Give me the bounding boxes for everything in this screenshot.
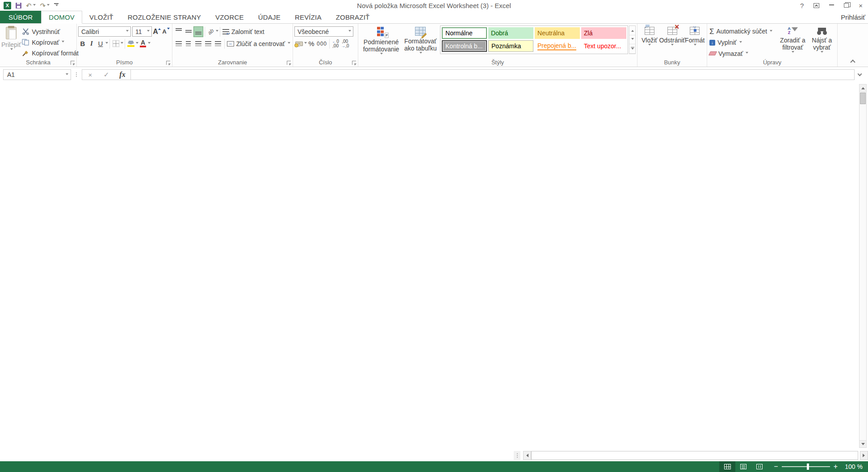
underline-button[interactable]: U	[96, 38, 105, 49]
style-neutral[interactable]: Neutrálna	[535, 27, 580, 39]
tab-data[interactable]: ÚDAJE	[251, 11, 288, 23]
delete-cells-button[interactable]: Odstrániť	[660, 25, 684, 59]
vertical-scroll-thumb[interactable]	[860, 93, 866, 104]
fill-dropdown-icon[interactable]	[739, 41, 742, 44]
tab-insert[interactable]: VLOŽIŤ	[82, 11, 121, 23]
conditional-dropdown-icon[interactable]	[380, 53, 383, 56]
zoom-slider-track[interactable]	[782, 466, 830, 467]
tab-home[interactable]: DOMOV	[41, 11, 82, 24]
copy-dropdown-icon[interactable]	[62, 41, 64, 44]
paste-dropdown-icon[interactable]	[10, 48, 13, 51]
style-note[interactable]: Poznámka	[488, 40, 533, 52]
increase-indent-button[interactable]	[213, 38, 223, 49]
scroll-left-button[interactable]	[523, 451, 531, 460]
format-painter-button[interactable]: Kopírovať formát	[21, 48, 80, 59]
cut-button[interactable]: Vystrihnúť	[21, 26, 80, 37]
style-bad[interactable]: Zlá	[581, 27, 626, 39]
format-dropdown-icon[interactable]	[694, 44, 696, 47]
find-select-button[interactable]: Nájsť a vybrať	[808, 25, 836, 59]
scroll-down-button[interactable]	[860, 440, 866, 447]
delete-dropdown-icon[interactable]	[671, 44, 674, 47]
gallery-scroll-down-button[interactable]	[629, 35, 635, 45]
tab-file[interactable]: SÚBOR	[0, 11, 41, 23]
decrease-decimal-button[interactable]: ,00→,0	[340, 38, 350, 49]
zoom-slider-thumb[interactable]	[807, 464, 809, 470]
excel-app-icon[interactable]: X	[4, 2, 11, 9]
comma-style-button[interactable]: 000	[316, 38, 328, 49]
decrease-font-button[interactable]: A	[161, 26, 170, 37]
bold-button[interactable]: B	[78, 38, 87, 49]
cancel-entry-button[interactable]: ×	[82, 71, 98, 79]
normal-view-button[interactable]	[719, 461, 735, 472]
borders-dropdown-icon[interactable]	[121, 42, 123, 45]
page-break-view-button[interactable]	[751, 461, 767, 472]
italic-button[interactable]: I	[87, 38, 96, 49]
clear-button[interactable]: Vymazať	[709, 48, 777, 59]
customize-qat-button[interactable]	[54, 3, 59, 8]
align-bottom-button[interactable]	[193, 26, 203, 37]
style-check-cell[interactable]: Kontrolná b...	[442, 40, 487, 52]
orientation-button[interactable]: ab	[206, 26, 215, 37]
insert-function-button[interactable]: fx	[114, 71, 130, 79]
align-middle-button[interactable]	[184, 26, 193, 37]
formula-bar-expand-button[interactable]	[855, 69, 864, 80]
zoom-out-button[interactable]: −	[774, 463, 778, 470]
help-button[interactable]: ?	[800, 2, 804, 9]
name-box[interactable]: A1	[3, 69, 71, 80]
align-top-button[interactable]	[174, 26, 184, 37]
autosum-button[interactable]: Σ Automatický súčet	[709, 26, 777, 37]
align-right-button[interactable]	[193, 38, 203, 49]
zoom-level-label[interactable]: 100 %	[842, 463, 863, 470]
style-normal[interactable]: Normálne	[442, 27, 487, 39]
number-dialog-launcher-icon[interactable]	[352, 61, 356, 65]
format-table-dropdown-icon[interactable]	[419, 52, 422, 55]
align-center-button[interactable]	[184, 38, 193, 49]
orientation-dropdown-icon[interactable]	[216, 30, 218, 33]
borders-button[interactable]	[111, 38, 120, 49]
underline-dropdown-icon[interactable]	[105, 42, 108, 45]
redo-dropdown-icon[interactable]	[47, 4, 50, 7]
paste-button[interactable]: Prilepiť	[1, 25, 21, 59]
horizontal-scroll-track[interactable]	[531, 451, 858, 460]
format-cells-button[interactable]: Formát	[684, 25, 706, 59]
insert-dropdown-icon[interactable]	[648, 44, 651, 47]
restore-button[interactable]	[844, 3, 849, 8]
vertical-scrollbar[interactable]	[859, 84, 867, 448]
conditional-formatting-button[interactable]: Podmienené formátovanie	[360, 25, 403, 59]
number-format-combo[interactable]: Všeobecné	[294, 26, 353, 37]
autosum-dropdown-icon[interactable]	[770, 30, 772, 33]
tab-review[interactable]: REVÍZIA	[288, 11, 329, 23]
save-button[interactable]	[16, 3, 21, 8]
font-color-dropdown-icon[interactable]	[148, 42, 151, 45]
font-name-combo[interactable]: Calibri	[78, 26, 131, 37]
style-warning-text[interactable]: Text upozor...	[581, 40, 626, 52]
merge-dropdown-icon[interactable]	[288, 42, 290, 45]
horizontal-scrollbar[interactable]	[514, 451, 858, 460]
sign-in-button[interactable]: Prihlásiť	[841, 11, 868, 23]
copy-button[interactable]: Kopírovať	[21, 37, 80, 47]
font-dialog-launcher-icon[interactable]	[166, 61, 170, 65]
worksheet-area[interactable]	[0, 82, 868, 451]
increase-decimal-button[interactable]: ←0,00	[331, 38, 340, 49]
font-color-button[interactable]: A	[138, 38, 147, 49]
font-size-combo[interactable]: 11	[132, 26, 152, 37]
sort-filter-dropdown-icon[interactable]	[792, 51, 794, 54]
undo-button[interactable]: ↶	[26, 2, 36, 9]
scroll-up-button[interactable]	[860, 84, 866, 92]
zoom-in-button[interactable]: +	[834, 463, 838, 470]
sort-filter-button[interactable]: AZ Zoradiť a filtrovať	[777, 25, 808, 59]
ribbon-display-options-button[interactable]	[813, 3, 819, 8]
clear-dropdown-icon[interactable]	[746, 52, 748, 55]
fill-button[interactable]: ↓ Vyplniť	[709, 38, 777, 48]
format-as-table-button[interactable]: Formátovať ako tabuľku	[403, 25, 438, 59]
gallery-more-button[interactable]	[629, 44, 635, 54]
formula-bar-grip[interactable]	[73, 72, 80, 77]
alignment-dialog-launcher-icon[interactable]	[287, 61, 291, 65]
fill-color-button[interactable]	[126, 38, 135, 49]
gallery-scroll-up-button[interactable]	[629, 26, 635, 35]
wrap-text-button[interactable]: Zalomiť text	[222, 26, 265, 37]
minimize-button[interactable]	[829, 4, 834, 5]
increase-font-button[interactable]: A	[152, 26, 161, 37]
tab-page-layout[interactable]: ROZLOŽENIE STRANY	[121, 11, 208, 23]
tab-formulas[interactable]: VZORCE	[208, 11, 251, 23]
